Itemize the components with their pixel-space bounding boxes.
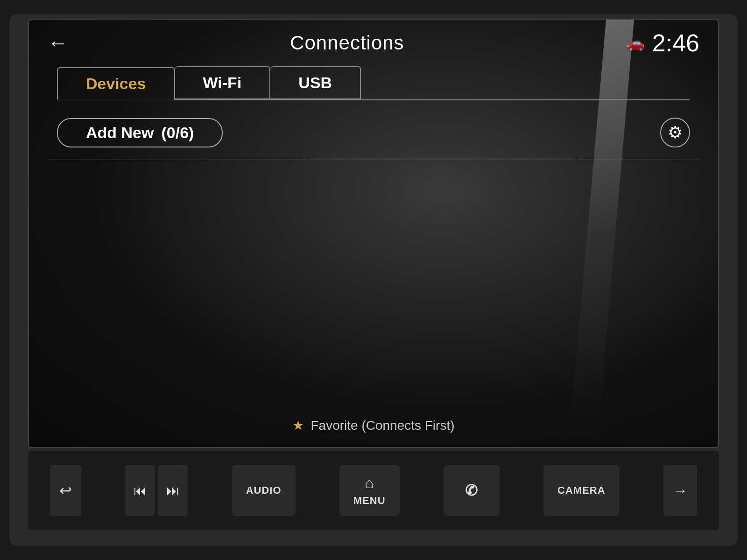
left-arrow-icon: ↩ (59, 482, 72, 499)
favorite-text: Favorite (Connects First) (310, 418, 454, 433)
screen: ← Connections 🚗 2:46 Devices Wi-Fi USB A… (28, 19, 719, 448)
forward-button[interactable]: ⏭ (158, 465, 188, 516)
tabs-row: Devices Wi-Fi USB (57, 66, 690, 99)
star-icon: ★ (292, 418, 304, 433)
header-right: 🚗 2:46 (626, 29, 699, 57)
right-arrow-button[interactable]: → (663, 465, 697, 516)
rewind-icon: ⏮ (134, 483, 147, 498)
menu-button[interactable]: ⌂ MENU (339, 465, 400, 516)
controls-row: Add New (0/6) ⚙ (57, 118, 690, 147)
left-arrow-button[interactable]: ↩ (50, 465, 81, 516)
forward-icon: ⏭ (166, 483, 179, 498)
favorite-legend: ★ Favorite (Connects First) (29, 418, 718, 433)
camera-button[interactable]: CAMERA (543, 465, 620, 516)
audio-button[interactable]: AUDIO (232, 465, 296, 516)
phone-button[interactable]: ✆ (444, 465, 500, 516)
tab-wifi[interactable]: Wi-Fi (175, 66, 271, 99)
tabs-container: Devices Wi-Fi USB (57, 66, 690, 100)
time-display: 2:46 (652, 29, 699, 57)
home-icon: ⌂ (365, 475, 374, 492)
phone-icon: ✆ (465, 482, 478, 499)
add-new-label: Add New (86, 124, 154, 142)
device-count: (0/6) (161, 124, 194, 142)
tab-devices[interactable]: Devices (57, 67, 175, 100)
header: ← Connections 🚗 2:46 (29, 20, 718, 66)
settings-icon: ⚙ (668, 123, 683, 142)
bottom-bar: ↩ ⏮ ⏭ AUDIO ⌂ MENU ✆ CAMERA → (28, 451, 719, 530)
media-controls: ⏮ ⏭ (125, 465, 188, 516)
settings-button[interactable]: ⚙ (660, 118, 690, 147)
right-arrow-icon: → (673, 482, 688, 499)
audio-label: AUDIO (246, 484, 282, 497)
car-icon: 🚗 (626, 34, 645, 52)
back-button[interactable]: ← (48, 31, 68, 55)
divider (48, 160, 699, 160)
menu-label: MENU (353, 495, 386, 507)
add-new-button[interactable]: Add New (0/6) (57, 118, 223, 147)
rewind-button[interactable]: ⏮ (125, 465, 155, 516)
camera-label: CAMERA (557, 484, 606, 497)
tab-usb[interactable]: USB (270, 66, 361, 99)
outer-bezel: ← Connections 🚗 2:46 Devices Wi-Fi USB A… (9, 14, 738, 546)
page-title: Connections (290, 32, 404, 54)
